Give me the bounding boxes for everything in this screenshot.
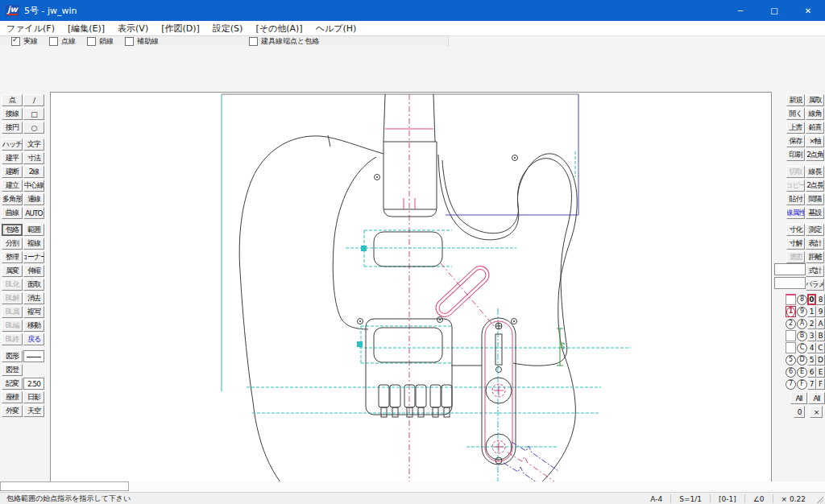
tool-伸縮[interactable]: 伸縮 xyxy=(23,265,44,277)
tool-包絡[interactable]: 包絡 xyxy=(2,224,23,236)
zoom-button[interactable]: × 0.22 xyxy=(773,495,814,503)
tool-接線[interactable]: 接線 xyxy=(2,108,23,120)
tool-日影[interactable]: 日影 xyxy=(23,391,44,403)
line-type-preview[interactable] xyxy=(23,350,44,362)
tool-面取[interactable]: 面取 xyxy=(23,279,44,291)
tool-保存[interactable]: 保存 xyxy=(786,135,805,147)
tool-2点長[interactable]: 2点長 xyxy=(806,180,824,192)
menu-item-0[interactable]: ファイル(F) xyxy=(0,23,61,35)
tool-接円[interactable]: 接円 xyxy=(2,122,23,134)
layer-group-B[interactable]: B xyxy=(797,330,807,341)
layer-B[interactable]: B xyxy=(816,330,825,341)
tool-線長[interactable]: 線長 xyxy=(806,166,824,178)
tool-多角形[interactable]: 多角形 xyxy=(2,193,23,205)
layer-group-zero-button[interactable]: 0 xyxy=(794,406,805,418)
tool-属取[interactable]: 属取 xyxy=(806,94,824,106)
tool-点[interactable]: 点 xyxy=(2,94,23,106)
layer-C[interactable]: C xyxy=(816,342,825,353)
tool-コピー[interactable]: コピー xyxy=(786,180,805,192)
menu-item-5[interactable]: [その他(A)] xyxy=(249,23,309,35)
tool-距離[interactable]: 距離 xyxy=(806,251,824,263)
tool-整理[interactable]: 整理 xyxy=(2,251,23,263)
layer-group-5[interactable]: 5 xyxy=(786,354,796,366)
tool-□[interactable]: □ xyxy=(23,108,44,120)
layer-0[interactable]: 0 xyxy=(807,294,816,305)
drawing-canvas[interactable]: 49 xyxy=(50,92,772,504)
tool-2.50[interactable]: 2.50 xyxy=(23,378,44,390)
layer-group-F[interactable]: F xyxy=(797,378,807,390)
checkbox-box[interactable] xyxy=(125,37,134,46)
tool-鉛直[interactable]: 鉛直 xyxy=(806,122,824,134)
layer-5[interactable]: 5 xyxy=(807,354,816,366)
tool-複写[interactable]: 複写 xyxy=(23,306,44,318)
layer-group-7[interactable]: 7 xyxy=(786,378,796,390)
tool-測定[interactable]: 測定 xyxy=(806,224,824,236)
tool-天空[interactable]: 天空 xyxy=(23,405,44,417)
layer-2[interactable]: 2 xyxy=(807,318,816,329)
layer-7[interactable]: 7 xyxy=(807,378,816,390)
tool-曲線[interactable]: 曲線 xyxy=(2,207,23,219)
checkbox-box[interactable] xyxy=(49,37,58,46)
layer-6[interactable]: 6 xyxy=(807,366,816,378)
tool-AUTO[interactable]: AUTO xyxy=(23,207,44,219)
angle-button[interactable]: ∠0 xyxy=(745,495,773,503)
minimize-button[interactable]: ─ xyxy=(723,0,757,21)
checkbox-box[interactable] xyxy=(87,37,96,46)
layer-9[interactable]: 9 xyxy=(816,306,825,317)
tool-BL化[interactable]: BL化 xyxy=(2,279,23,291)
layer-group-E[interactable]: E xyxy=(797,366,807,378)
tool-×軸[interactable]: ×軸 xyxy=(806,135,824,147)
resize-grip[interactable] xyxy=(814,494,825,504)
menu-item-6[interactable]: ヘルプ(H) xyxy=(309,23,363,35)
tool-BL属[interactable]: BL属 xyxy=(2,306,23,318)
tool-文字[interactable]: 文字 xyxy=(23,138,44,151)
checkbox-box[interactable] xyxy=(249,37,258,46)
menu-item-2[interactable]: 表示(V) xyxy=(111,23,155,35)
tool-2線[interactable]: 2線 xyxy=(23,166,44,178)
tool-式計[interactable]: 式計 xyxy=(806,265,824,277)
tool-中心線[interactable]: 中心線 xyxy=(23,180,44,192)
menu-item-4[interactable]: 設定(S) xyxy=(206,23,250,35)
tool-新規[interactable]: 新規 xyxy=(786,94,805,106)
tool-切取[interactable]: 切取 xyxy=(786,166,805,178)
layer-D[interactable]: D xyxy=(816,354,825,366)
line-attribute-preview-0[interactable] xyxy=(774,263,806,275)
layer-A[interactable]: A xyxy=(816,318,825,329)
tool-建立[interactable]: 建立 xyxy=(2,180,23,192)
tool-○[interactable]: ○ xyxy=(23,122,44,134)
layer-group-1[interactable]: 1 xyxy=(786,306,796,317)
tool-寸化[interactable]: 寸化 xyxy=(786,224,805,236)
scale-button[interactable]: S=1/1 xyxy=(671,495,710,503)
tool-戻る[interactable]: 戻る xyxy=(23,333,44,345)
menu-item-3[interactable]: [作図(D)] xyxy=(155,23,206,35)
maximize-button[interactable]: □ xyxy=(757,0,791,21)
tool-開く[interactable]: 開く xyxy=(786,108,805,120)
layer-3[interactable]: 3 xyxy=(807,330,816,341)
layer-group-2[interactable]: 2 xyxy=(786,318,796,329)
tool-移動[interactable]: 移動 xyxy=(23,320,44,332)
tool-コーナー[interactable]: コーナー xyxy=(23,251,44,263)
tool-印刷[interactable]: 印刷 xyxy=(786,149,805,161)
tool-パラメ[interactable]: パラメ xyxy=(806,279,824,291)
checkbox-box[interactable] xyxy=(11,37,20,46)
tool-複線[interactable]: 複線 xyxy=(23,238,44,250)
tool-選図[interactable]: 選図 xyxy=(786,251,805,263)
tool-寸法[interactable]: 寸法 xyxy=(23,152,44,164)
tool-属変[interactable]: 属変 xyxy=(2,265,23,277)
layer-group-3[interactable] xyxy=(786,330,796,341)
tool-上書[interactable]: 上書 xyxy=(786,122,805,134)
layer-group-4[interactable] xyxy=(786,342,796,353)
tool-線属性[interactable]: 線属性 xyxy=(786,207,805,219)
tool-間隔[interactable]: 間隔 xyxy=(806,193,824,205)
paper-size-button[interactable]: A-4 xyxy=(642,495,670,503)
tool-/[interactable]: / xyxy=(23,94,44,106)
tool-外変[interactable]: 外変 xyxy=(2,405,23,417)
tool-ハッチ[interactable]: ハッチ xyxy=(2,138,23,151)
layer-all-button[interactable]: All xyxy=(808,392,825,404)
menu-item-1[interactable]: [編集(E)] xyxy=(61,23,111,35)
tool-BL編[interactable]: BL編 xyxy=(2,320,23,332)
layer-F[interactable]: F xyxy=(816,378,825,390)
layer-1[interactable]: 1 xyxy=(807,306,816,317)
tool-記変[interactable]: 記変 xyxy=(2,378,23,390)
tool-2点角[interactable]: 2点角 xyxy=(806,149,824,161)
